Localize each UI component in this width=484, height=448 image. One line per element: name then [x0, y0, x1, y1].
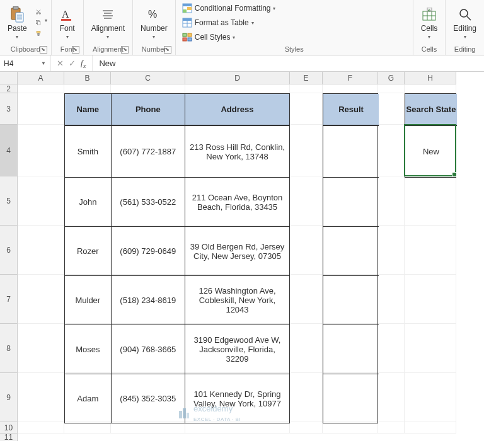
cancel-icon[interactable]: ✕ [57, 59, 64, 68]
dialog-launcher-icon[interactable]: ⬊ [40, 46, 47, 54]
header-address[interactable]: Address [185, 94, 289, 125]
cell-name[interactable]: John [65, 177, 112, 226]
copy-dropdown-icon[interactable]: ▾ [45, 18, 47, 28]
row-head[interactable]: 3 [0, 93, 18, 125]
cell-phone[interactable]: (845) 352-3035 [112, 374, 185, 423]
cell-result[interactable] [323, 125, 379, 177]
dropdown-icon: ▾ [107, 34, 109, 40]
row-head[interactable]: 8 [0, 324, 18, 373]
dropdown-icon: ▾ [273, 6, 275, 11]
formula-input[interactable]: New [93, 59, 484, 68]
cell-phone[interactable]: (607) 772-1887 [112, 125, 185, 177]
alignment-button[interactable]: Alignment ▾ [88, 5, 129, 41]
name-box[interactable]: H4 ▼ [0, 55, 50, 71]
cell-address[interactable]: 211 Ocean Ave, Boynton Beach, Florida, 3… [185, 177, 289, 226]
main-table: Name Phone Address Smith(607) 772-188721… [64, 93, 290, 423]
number-button[interactable]: % Number ▾ [137, 5, 171, 41]
copy-button[interactable] [33, 18, 43, 28]
cell-name[interactable]: Mulder [65, 275, 112, 325]
row-head-selected[interactable]: 4 [0, 125, 18, 176]
watermark-icon [178, 408, 190, 419]
row-head[interactable]: 7 [0, 275, 18, 324]
formula-bar-buttons: ✕ ✓ fx [50, 55, 93, 71]
cell-phone[interactable]: (561) 533-0522 [112, 177, 185, 226]
ribbon-group-styles: Conditional Formatting ▾ Format as Table… [176, 0, 413, 55]
header-phone[interactable]: Phone [112, 94, 185, 125]
header-name[interactable]: Name [65, 94, 112, 125]
svg-line-39 [467, 16, 471, 20]
row-headers: 2 3 4 5 6 7 8 9 10 11 [0, 84, 18, 448]
col-head-e[interactable]: E [290, 72, 323, 84]
dropdown-icon: ▾ [16, 34, 18, 40]
spreadsheet-grid: A B C D E F G H 2 3 4 5 6 7 8 9 10 11 [0, 72, 484, 448]
svg-rect-30 [188, 33, 192, 37]
dropdown-icon: ▾ [153, 34, 155, 40]
cell-styles-label: Cell Styles [195, 33, 231, 42]
name-box-value: H4 [4, 59, 13, 68]
header-search-state[interactable]: Search State [405, 94, 457, 125]
col-head-g[interactable]: G [378, 72, 405, 84]
cell-phone[interactable]: (518) 234-8619 [112, 275, 185, 325]
cell-result[interactable] [323, 325, 379, 374]
cell-phone[interactable]: (904) 768-3665 [112, 325, 185, 374]
col-head-f[interactable]: F [323, 72, 378, 84]
row-head[interactable]: 9 [0, 373, 18, 422]
cell-address[interactable]: 3190 Edgewood Ave W, Jacksonville, Flori… [185, 325, 289, 374]
dropdown-icon: ▾ [428, 34, 430, 40]
formula-bar: H4 ▼ ✕ ✓ fx New [0, 55, 484, 72]
row-head[interactable]: 2 [0, 84, 18, 93]
enter-icon[interactable]: ✓ [69, 59, 76, 68]
cells-button[interactable]: Cells ▾ [417, 5, 442, 41]
percent-icon: % [146, 6, 162, 23]
select-all-corner[interactable] [0, 72, 18, 84]
name-box-dropdown-icon[interactable]: ▼ [41, 60, 46, 66]
sheet-body[interactable]: Name Phone Address Smith(607) 772-188721… [18, 84, 484, 448]
cell-name[interactable]: Moses [65, 325, 112, 374]
cell-name[interactable]: Rozer [65, 226, 112, 275]
cut-button[interactable] [33, 7, 43, 17]
row-head[interactable]: 5 [0, 176, 18, 226]
row-head[interactable]: 6 [0, 226, 18, 275]
fx-icon[interactable]: fx [81, 58, 86, 69]
cell-result[interactable] [323, 374, 379, 423]
cell-name[interactable]: Smith [65, 125, 112, 177]
cell-styles-button[interactable]: Cell Styles ▾ [180, 31, 279, 43]
editing-group-label: Editing [454, 45, 476, 53]
alignment-label: Alignment [91, 24, 125, 33]
dialog-launcher-icon[interactable]: ⬊ [121, 46, 129, 54]
watermark-name: exceldemy [193, 404, 233, 413]
svg-rect-32 [188, 38, 192, 41]
font-icon: A [59, 6, 76, 23]
ribbon-group-number: % Number ▾ Number⬊ [133, 0, 176, 55]
col-head-c[interactable]: C [111, 72, 185, 84]
editing-button[interactable]: Editing ▾ [449, 5, 480, 41]
col-head-h[interactable]: H [405, 72, 456, 84]
cell-result[interactable] [323, 177, 379, 226]
dialog-launcher-icon[interactable]: ⬊ [72, 46, 79, 54]
cell-phone[interactable]: (609) 729-0649 [112, 226, 185, 275]
svg-rect-24 [187, 7, 192, 10]
cell-name[interactable]: Adam [65, 374, 112, 423]
paste-button[interactable]: Paste ▾ [4, 5, 31, 41]
cell-address[interactable]: 39 Old Bergen Rd, Jersey City, New Jerse… [185, 226, 289, 275]
row-head[interactable]: 10 [0, 422, 18, 434]
ribbon-group-alignment: Alignment ▾ Alignment⬊ [84, 0, 133, 55]
cell-address[interactable]: 126 Washington Ave, Cobleskill, New York… [185, 275, 289, 325]
col-head-d[interactable]: D [185, 72, 290, 84]
cell-result[interactable] [323, 226, 379, 275]
cell-address[interactable]: 213 Ross Hill Rd, Conklin, New York, 137… [185, 125, 289, 177]
cell-search-value[interactable]: New [405, 125, 457, 177]
row-head[interactable]: 11 [0, 434, 18, 441]
svg-rect-29 [183, 33, 187, 37]
dropdown-icon: ▾ [233, 35, 235, 40]
cell-result[interactable] [323, 275, 379, 325]
conditional-formatting-button[interactable]: Conditional Formatting ▾ [180, 2, 279, 14]
dialog-launcher-icon[interactable]: ⬊ [164, 46, 171, 54]
format-as-table-button[interactable]: Format as Table ▾ [180, 16, 279, 29]
header-result[interactable]: Result [323, 94, 379, 125]
col-head-a[interactable]: A [18, 72, 64, 84]
font-button[interactable]: A Font ▾ [55, 5, 79, 41]
clipboard-group-label: Clipboard [11, 45, 40, 53]
col-head-b[interactable]: B [64, 72, 111, 84]
format-painter-button[interactable] [33, 28, 43, 38]
